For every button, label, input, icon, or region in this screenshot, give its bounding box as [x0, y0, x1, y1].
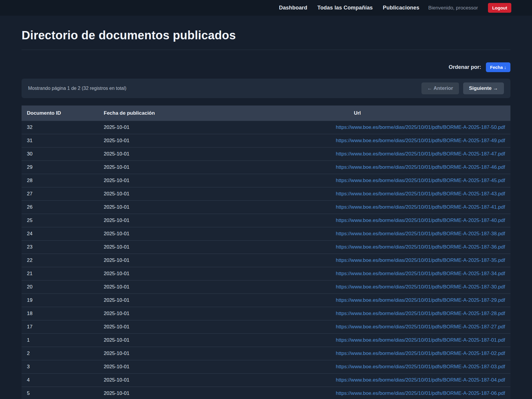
- sort-fecha-button[interactable]: Fecha ↓: [486, 62, 510, 72]
- doc-id-cell: 19: [22, 294, 98, 307]
- document-url-link[interactable]: https://www.boe.es/borme/dias/2025/10/01…: [336, 364, 505, 369]
- table-row: 24 2025-10-01 https://www.boe.es/borme/d…: [22, 227, 510, 241]
- sort-label: Ordenar por:: [449, 64, 481, 70]
- fecha-cell: 2025-10-01: [98, 320, 204, 334]
- document-url-link[interactable]: https://www.boe.es/borme/dias/2025/10/01…: [336, 297, 505, 303]
- fecha-cell: 2025-10-01: [98, 121, 204, 134]
- navbar-inner: Dashboard Todas las Compañías Publicacio…: [0, 3, 532, 13]
- doc-id-cell: 20: [22, 280, 98, 294]
- nav-link-dashboard[interactable]: Dashboard: [279, 5, 307, 11]
- fecha-cell: 2025-10-01: [98, 334, 204, 347]
- table-row: 21 2025-10-01 https://www.boe.es/borme/d…: [22, 267, 510, 280]
- document-url-link[interactable]: https://www.boe.es/borme/dias/2025/10/01…: [336, 337, 505, 343]
- doc-id-cell: 18: [22, 307, 98, 320]
- document-url-link[interactable]: https://www.boe.es/borme/dias/2025/10/01…: [336, 324, 505, 330]
- url-cell: https://www.boe.es/borme/dias/2025/10/01…: [204, 214, 510, 227]
- doc-id-cell: 29: [22, 161, 98, 174]
- document-url-link[interactable]: https://www.boe.es/borme/dias/2025/10/01…: [336, 390, 505, 396]
- table-row: 23 2025-10-01 https://www.boe.es/borme/d…: [22, 241, 510, 254]
- document-url-link[interactable]: https://www.boe.es/borme/dias/2025/10/01…: [336, 377, 505, 383]
- document-url-link[interactable]: https://www.boe.es/borme/dias/2025/10/01…: [336, 271, 505, 276]
- pagination-bar: Mostrando página 1 de 2 (32 registros en…: [22, 79, 510, 98]
- fecha-cell: 2025-10-01: [98, 147, 204, 161]
- table-row: 29 2025-10-01 https://www.boe.es/borme/d…: [22, 161, 510, 174]
- fecha-cell: 2025-10-01: [98, 387, 204, 399]
- table-row: 2 2025-10-01 https://www.boe.es/borme/di…: [22, 347, 510, 360]
- document-url-link[interactable]: https://www.boe.es/borme/dias/2025/10/01…: [336, 191, 505, 197]
- prev-page-button[interactable]: ← Anterior: [421, 82, 459, 94]
- table-row: 1 2025-10-01 https://www.boe.es/borme/di…: [22, 334, 510, 347]
- page-title: Directorio de documentos publicados: [22, 29, 510, 50]
- nav-link-todas-las-companias[interactable]: Todas las Compañías: [317, 5, 373, 11]
- doc-id-cell: 21: [22, 267, 98, 280]
- doc-id-cell: 3: [22, 360, 98, 374]
- header-url: Url: [204, 106, 510, 121]
- document-url-link[interactable]: https://www.boe.es/borme/dias/2025/10/01…: [336, 178, 505, 183]
- table-row: 17 2025-10-01 https://www.boe.es/borme/d…: [22, 320, 510, 334]
- table-row: 4 2025-10-01 https://www.boe.es/borme/di…: [22, 374, 510, 387]
- table-row: 31 2025-10-01 https://www.boe.es/borme/d…: [22, 134, 510, 147]
- table-row: 22 2025-10-01 https://www.boe.es/borme/d…: [22, 254, 510, 267]
- documents-table: Documento ID Fecha de publicación Url 32…: [22, 106, 510, 399]
- fecha-cell: 2025-10-01: [98, 267, 204, 280]
- fecha-cell: 2025-10-01: [98, 174, 204, 187]
- navbar: Dashboard Todas las Compañías Publicacio…: [0, 0, 532, 16]
- table-row: 30 2025-10-01 https://www.boe.es/borme/d…: [22, 147, 510, 161]
- document-url-link[interactable]: https://www.boe.es/borme/dias/2025/10/01…: [336, 257, 505, 263]
- table-row: 25 2025-10-01 https://www.boe.es/borme/d…: [22, 214, 510, 227]
- doc-id-cell: 28: [22, 174, 98, 187]
- url-cell: https://www.boe.es/borme/dias/2025/10/01…: [204, 241, 510, 254]
- fecha-cell: 2025-10-01: [98, 360, 204, 374]
- table-row: 32 2025-10-01 https://www.boe.es/borme/d…: [22, 121, 510, 134]
- fecha-cell: 2025-10-01: [98, 201, 204, 214]
- document-url-link[interactable]: https://www.boe.es/borme/dias/2025/10/01…: [336, 151, 505, 157]
- document-url-link[interactable]: https://www.boe.es/borme/dias/2025/10/01…: [336, 218, 505, 223]
- doc-id-cell: 24: [22, 227, 98, 241]
- table-header-row: Documento ID Fecha de publicación Url: [22, 106, 510, 121]
- table-row: 19 2025-10-01 https://www.boe.es/borme/d…: [22, 294, 510, 307]
- table-row: 28 2025-10-01 https://www.boe.es/borme/d…: [22, 174, 510, 187]
- url-cell: https://www.boe.es/borme/dias/2025/10/01…: [204, 201, 510, 214]
- main-content: Directorio de documentos publicados Orde…: [0, 29, 532, 399]
- table-row: 26 2025-10-01 https://www.boe.es/borme/d…: [22, 201, 510, 214]
- table-body: 32 2025-10-01 https://www.boe.es/borme/d…: [22, 121, 510, 399]
- document-url-link[interactable]: https://www.boe.es/borme/dias/2025/10/01…: [336, 124, 505, 130]
- logout-button[interactable]: Logout: [488, 3, 511, 13]
- fecha-cell: 2025-10-01: [98, 187, 204, 201]
- url-cell: https://www.boe.es/borme/dias/2025/10/01…: [204, 320, 510, 334]
- nav-link-publicaciones[interactable]: Publicaciones: [383, 5, 419, 11]
- url-cell: https://www.boe.es/borme/dias/2025/10/01…: [204, 307, 510, 320]
- fecha-cell: 2025-10-01: [98, 294, 204, 307]
- fecha-cell: 2025-10-01: [98, 134, 204, 147]
- document-url-link[interactable]: https://www.boe.es/borme/dias/2025/10/01…: [336, 138, 505, 143]
- doc-id-cell: 22: [22, 254, 98, 267]
- document-url-link[interactable]: https://www.boe.es/borme/dias/2025/10/01…: [336, 231, 505, 236]
- url-cell: https://www.boe.es/borme/dias/2025/10/01…: [204, 280, 510, 294]
- doc-id-cell: 26: [22, 201, 98, 214]
- document-url-link[interactable]: https://www.boe.es/borme/dias/2025/10/01…: [336, 164, 505, 170]
- welcome-text: Bienvenido, processor: [428, 5, 478, 11]
- doc-id-cell: 1: [22, 334, 98, 347]
- fecha-cell: 2025-10-01: [98, 241, 204, 254]
- document-url-link[interactable]: https://www.boe.es/borme/dias/2025/10/01…: [336, 351, 505, 356]
- table-row: 27 2025-10-01 https://www.boe.es/borme/d…: [22, 187, 510, 201]
- sort-row: Ordenar por: Fecha ↓: [22, 62, 510, 72]
- doc-id-cell: 27: [22, 187, 98, 201]
- table-row: 5 2025-10-01 https://www.boe.es/borme/di…: [22, 387, 510, 399]
- fecha-cell: 2025-10-01: [98, 374, 204, 387]
- doc-id-cell: 2: [22, 347, 98, 360]
- fecha-cell: 2025-10-01: [98, 214, 204, 227]
- next-page-button[interactable]: Siguiente →: [463, 82, 504, 94]
- url-cell: https://www.boe.es/borme/dias/2025/10/01…: [204, 161, 510, 174]
- fecha-cell: 2025-10-01: [98, 254, 204, 267]
- pager-buttons: ← Anterior Siguiente →: [421, 82, 504, 94]
- fecha-cell: 2025-10-01: [98, 280, 204, 294]
- document-url-link[interactable]: https://www.boe.es/borme/dias/2025/10/01…: [336, 204, 505, 210]
- doc-id-cell: 5: [22, 387, 98, 399]
- document-url-link[interactable]: https://www.boe.es/borme/dias/2025/10/01…: [336, 244, 505, 250]
- header-documento-id: Documento ID: [22, 106, 98, 121]
- document-url-link[interactable]: https://www.boe.es/borme/dias/2025/10/01…: [336, 311, 505, 316]
- url-cell: https://www.boe.es/borme/dias/2025/10/01…: [204, 121, 510, 134]
- fecha-cell: 2025-10-01: [98, 227, 204, 241]
- document-url-link[interactable]: https://www.boe.es/borme/dias/2025/10/01…: [336, 284, 505, 290]
